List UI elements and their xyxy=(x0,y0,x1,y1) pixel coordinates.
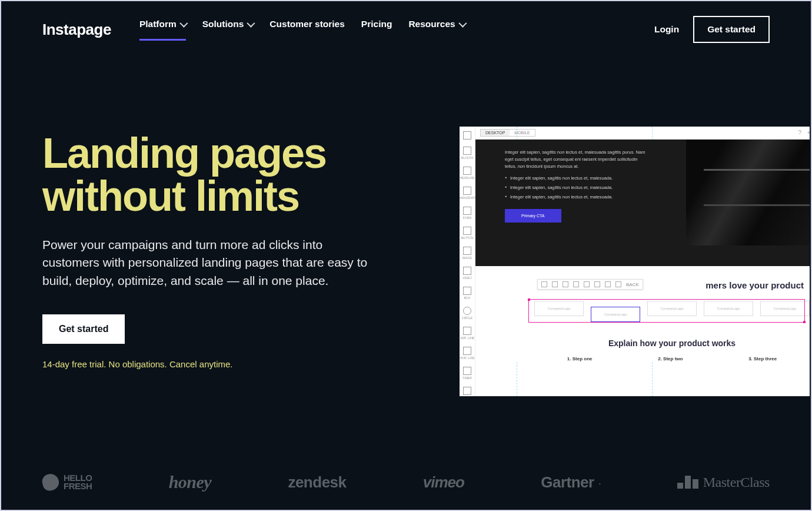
editor-tool-sidebar: BLOCKS HEADLINE PARAGRAPH FORM BUTTON IM… xyxy=(460,127,475,396)
editor-tool-paragraph[interactable]: PARAGRAPH xyxy=(460,187,475,200)
hline-icon xyxy=(463,347,471,355)
image-icon xyxy=(463,247,471,255)
masterclass-icon xyxy=(677,476,698,489)
nav-customer-stories[interactable]: Customer stories xyxy=(269,19,344,41)
nav-label: Resources xyxy=(408,19,455,29)
sample-bullet: Integer elit sapien, sagittis non lectus… xyxy=(505,184,650,191)
logo-zendesk: zendesk xyxy=(288,473,346,492)
html-icon xyxy=(463,387,471,395)
logo-honey: honey xyxy=(169,472,212,492)
help-icon[interactable]: ? xyxy=(798,130,801,136)
lemon-icon xyxy=(41,472,61,492)
editor-topbar: DESKTOP MOBILE ? ↶ ↷ xyxy=(475,127,810,140)
logo-gartner: Gartner xyxy=(541,473,600,492)
chevron-down-icon xyxy=(458,19,467,27)
timer-icon xyxy=(463,367,471,375)
step-label: 1. Step one xyxy=(567,356,593,361)
paragraph-icon xyxy=(463,187,471,195)
nav-platform[interactable]: Platform xyxy=(139,19,186,41)
sample-bullet: Integer elit sapien, sagittis non lectus… xyxy=(505,194,650,201)
nav-pricing[interactable]: Pricing xyxy=(361,19,392,41)
align-icon[interactable] xyxy=(573,281,579,287)
nav-label: Pricing xyxy=(361,19,392,29)
editor-tool-circle[interactable]: CIRCLE xyxy=(460,307,475,320)
editor-tool-headline[interactable]: HEADLINE xyxy=(460,167,475,180)
align-icon[interactable] xyxy=(563,281,568,287)
align-icon[interactable] xyxy=(584,281,590,287)
editor-tool-hline[interactable]: HOR. LINE xyxy=(460,347,475,360)
editor-tool-timer[interactable]: TIMER xyxy=(460,367,475,380)
hero-subtitle: Power your campaigns and turn more ad cl… xyxy=(42,236,372,290)
nav-items: Platform Solutions Customer stories Pric… xyxy=(139,19,465,41)
chevron-down-icon xyxy=(247,19,255,27)
sample-primary-cta-button[interactable]: Primary CTA xyxy=(505,209,561,223)
logo-card[interactable]: CompanyLogo xyxy=(704,301,753,316)
logo-card[interactable]: CompanyLogo xyxy=(647,301,697,316)
headline-icon xyxy=(463,167,471,175)
video-icon xyxy=(463,267,471,275)
sample-hero-image xyxy=(686,140,810,245)
nav-solutions[interactable]: Solutions xyxy=(202,19,254,41)
circle-icon xyxy=(463,307,471,315)
step-label: 3. Step three xyxy=(748,356,777,361)
vline-icon xyxy=(463,327,471,335)
editor-tool-back[interactable] xyxy=(460,131,475,140)
logo-masterclass: MasterClass xyxy=(677,474,770,490)
editor-tool-box[interactable]: BOX xyxy=(460,287,475,300)
align-icon[interactable] xyxy=(552,281,558,287)
box-icon xyxy=(463,287,471,295)
logo-row: CompanyLogo CompanyLogo CompanyLogo Comp… xyxy=(534,301,810,316)
tab-mobile[interactable]: MOBILE xyxy=(510,130,534,136)
back-icon xyxy=(463,131,471,140)
align-icon[interactable] xyxy=(541,281,547,287)
form-icon xyxy=(463,207,471,215)
editor-content-section: BACK mers love your product CompanyLogo … xyxy=(475,266,810,361)
blocks-icon xyxy=(463,147,471,155)
sample-paragraph: Integer elit sapien, sagittis non lectus… xyxy=(505,149,650,170)
hero-title-line2: without limits xyxy=(42,172,299,220)
editor-preview: BLOCKS HEADLINE PARAGRAPH FORM BUTTON IM… xyxy=(460,127,810,396)
nav-resources[interactable]: Resources xyxy=(408,19,464,41)
align-icon[interactable] xyxy=(605,281,611,287)
button-icon xyxy=(463,227,471,235)
chevron-down-icon xyxy=(179,19,188,27)
editor-tool-button[interactable]: BUTTON xyxy=(460,227,475,240)
hero-title: Landing pages without limits xyxy=(42,132,425,218)
step-label: 2. Step two xyxy=(658,356,683,361)
get-started-nav-button[interactable]: Get started xyxy=(693,16,770,43)
steps-row: 1. Step one 2. Step two 3. Step three xyxy=(534,356,810,361)
login-link[interactable]: Login xyxy=(654,24,679,35)
align-icon[interactable] xyxy=(615,281,621,287)
nav-label: Customer stories xyxy=(269,19,344,29)
customer-logos-row: HELLO FRESH honey zendesk vimeo Gartner … xyxy=(42,472,770,492)
nav-right: Login Get started xyxy=(654,16,770,43)
undo-icon[interactable]: ↶ xyxy=(807,130,810,136)
logo-card[interactable]: CompanyLogo xyxy=(760,301,810,316)
align-icon[interactable] xyxy=(594,281,600,287)
editor-canvas: DESKTOP MOBILE ? ↶ ↷ Integer elit sapien… xyxy=(475,127,810,396)
get-started-hero-button[interactable]: Get started xyxy=(42,314,125,344)
logo-hellofresh: HELLO FRESH xyxy=(42,474,92,491)
logo-card[interactable]: CompanyLogo xyxy=(534,301,584,316)
nav-label: Platform xyxy=(139,19,177,29)
editor-tool-blocks[interactable]: BLOCKS xyxy=(460,147,475,160)
logo-vimeo: vimeo xyxy=(423,473,464,492)
editor-tool-image[interactable]: IMAGE xyxy=(460,247,475,260)
toolbar-back-button[interactable]: BACK xyxy=(626,282,639,287)
trial-note: 14-day free trial. No obligations. Cance… xyxy=(42,359,425,369)
device-tabs: DESKTOP MOBILE xyxy=(480,129,535,137)
logo-card-selected[interactable]: CompanyLogo xyxy=(591,307,640,322)
editor-tool-html[interactable]: HTML xyxy=(460,387,475,396)
hero-title-line1: Landing pages xyxy=(42,130,326,177)
editor-tool-vline[interactable]: VER. LINE xyxy=(460,327,475,340)
floating-align-toolbar: BACK xyxy=(537,279,643,290)
tab-desktop[interactable]: DESKTOP xyxy=(481,130,510,136)
editor-tool-video[interactable]: VIDEO xyxy=(460,267,475,280)
brand-logo[interactable]: Instapage xyxy=(42,21,111,39)
sample-subheading: Explain how your product works xyxy=(534,339,810,348)
editor-tool-form[interactable]: FORM xyxy=(460,207,475,220)
nav-label: Solutions xyxy=(202,19,244,29)
main-nav: Instapage Platform Solutions Customer st… xyxy=(1,1,811,44)
sample-bullet: Integer elit sapien, sagittis non lectus… xyxy=(505,175,650,182)
editor-hero-section: Integer elit sapien, sagittis non lectus… xyxy=(475,140,810,266)
